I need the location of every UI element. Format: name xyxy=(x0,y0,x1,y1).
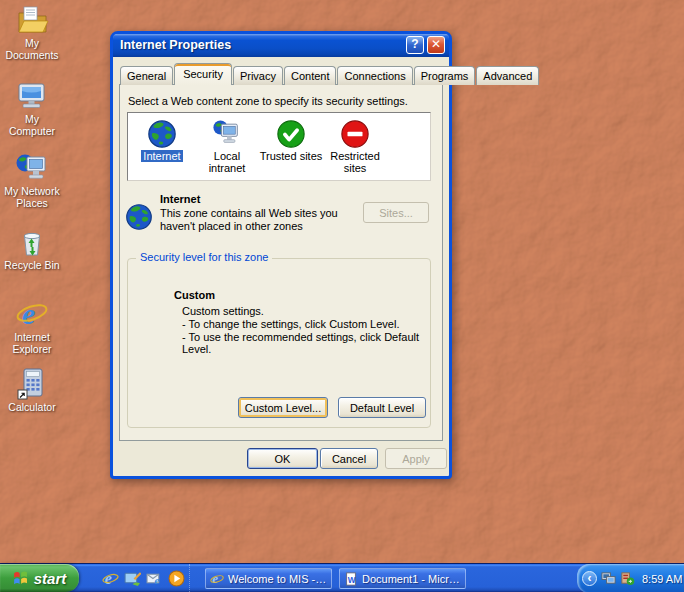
zone-item-local-intranet[interactable]: Local intranet xyxy=(195,119,259,174)
desktop: My Documents My Computer My Network Plac… xyxy=(0,0,684,592)
trusted-sites-icon xyxy=(276,119,306,149)
my-documents-icon xyxy=(15,3,49,37)
language-bar-icon[interactable] xyxy=(620,571,635,586)
zone-info-name: Internet xyxy=(160,193,200,205)
tab-connections[interactable]: Connections xyxy=(337,66,412,85)
security-level-group: Security level for this zone Custom Cust… xyxy=(127,258,431,428)
internet-zone-icon xyxy=(125,203,153,231)
zone-item-restricted-sites[interactable]: Restricted sites xyxy=(323,119,387,174)
zone-info-description: This zone contains all Web sites you hav… xyxy=(160,207,356,233)
desktop-icon-label: Recycle Bin xyxy=(1,260,63,272)
desktop-icon-label: Calculator xyxy=(1,402,63,414)
recycle-bin-icon xyxy=(15,225,49,259)
desktop-icon-label: My Computer xyxy=(1,114,63,137)
desktop-icon-internet-explorer[interactable]: Internet Explorer xyxy=(1,297,63,355)
quick-launch xyxy=(94,564,190,592)
desktop-icon-label: My Documents xyxy=(1,38,63,61)
zone-list: Internet Local intranet Trusted sites Re… xyxy=(127,112,431,181)
security-level-line: - To change the settings, click Custom L… xyxy=(182,318,399,330)
internet-globe-icon xyxy=(147,119,177,149)
apply-button: Apply xyxy=(385,448,447,469)
default-level-button[interactable]: Default Level xyxy=(338,397,426,418)
local-intranet-icon xyxy=(212,119,242,149)
taskbar-window-title: Welcome to MIS - Mic... xyxy=(228,573,327,585)
dialog-title: Internet Properties xyxy=(113,34,231,56)
sites-button: Sites... xyxy=(363,202,429,223)
zone-label: Restricted sites xyxy=(323,150,387,174)
tab-privacy[interactable]: Privacy xyxy=(233,66,283,85)
desktop-icon-my-computer[interactable]: My Computer xyxy=(1,79,63,137)
network-icon[interactable] xyxy=(601,571,616,586)
word-document-icon xyxy=(344,572,358,586)
taskbar-window-document1[interactable]: Document1 - Microsof... xyxy=(339,568,466,589)
windows-logo-icon xyxy=(13,570,30,587)
tab-advanced[interactable]: Advanced xyxy=(476,66,539,85)
clock: 8:59 AM xyxy=(642,573,682,585)
start-label: start xyxy=(34,570,67,587)
tab-programs[interactable]: Programs xyxy=(414,66,476,85)
start-button[interactable]: start xyxy=(0,564,79,592)
internet-explorer-icon[interactable] xyxy=(102,570,119,587)
help-button[interactable]: ? xyxy=(406,36,424,54)
tab-general[interactable]: General xyxy=(120,66,173,85)
ok-button[interactable]: OK xyxy=(247,448,318,469)
security-level-name: Custom xyxy=(174,289,215,301)
zone-item-internet[interactable]: Internet xyxy=(130,119,194,162)
zone-label: Trusted sites xyxy=(259,150,323,162)
zone-label: Internet xyxy=(141,150,182,162)
security-level-line: Custom settings. xyxy=(182,305,264,317)
outlook-express-icon[interactable] xyxy=(146,570,163,587)
internet-properties-dialog: Internet Properties ? ✕ GeneralSecurityP… xyxy=(110,31,452,479)
desktop-icon-recycle-bin[interactable]: Recycle Bin xyxy=(1,225,63,272)
desktop-icon-label: My Network Places xyxy=(1,186,63,209)
calculator-icon xyxy=(15,367,49,401)
zone-label: Local intranet xyxy=(195,150,259,174)
zone-instruction: Select a Web content zone to specify its… xyxy=(128,95,408,107)
internet-explorer-icon xyxy=(15,297,49,331)
restricted-sites-icon xyxy=(340,119,370,149)
cancel-button[interactable]: Cancel xyxy=(320,448,378,469)
system-tray: ‹ 8:59 AM xyxy=(577,564,684,592)
my-computer-icon xyxy=(15,79,49,113)
desktop-icon-my-network-places[interactable]: My Network Places xyxy=(1,151,63,209)
taskbar-window-title: Document1 - Microsof... xyxy=(362,573,461,585)
security-level-group-label: Security level for this zone xyxy=(136,251,272,263)
media-player-icon[interactable] xyxy=(168,570,185,587)
my-network-places-icon xyxy=(15,151,49,185)
tray-collapse-icon[interactable]: ‹ xyxy=(582,571,597,586)
taskbar: start Welcome to MIS - Mic... Document1 … xyxy=(0,563,684,592)
taskbar-window-welcome-to-mis[interactable]: Welcome to MIS - Mic... xyxy=(205,568,332,589)
desktop-icon-label: Internet Explorer xyxy=(1,332,63,355)
desktop-icon-calculator[interactable]: Calculator xyxy=(1,367,63,414)
show-desktop-icon[interactable] xyxy=(124,570,141,587)
tab-strip: GeneralSecurityPrivacyContentConnections… xyxy=(120,63,540,84)
close-button[interactable]: ✕ xyxy=(427,36,445,54)
custom-level-button[interactable]: Custom Level... xyxy=(238,397,328,418)
tab-security[interactable]: Security xyxy=(174,63,232,85)
dialog-titlebar[interactable]: Internet Properties ? ✕ xyxy=(113,34,449,57)
security-level-line: - To use the recommended settings, click… xyxy=(182,331,430,355)
zone-item-trusted-sites[interactable]: Trusted sites xyxy=(259,119,323,162)
desktop-icon-my-documents[interactable]: My Documents xyxy=(1,3,63,61)
tab-content[interactable]: Content xyxy=(284,66,337,85)
internet-explorer-icon xyxy=(210,572,224,586)
security-tab-panel: Select a Web content zone to specify its… xyxy=(119,84,443,441)
